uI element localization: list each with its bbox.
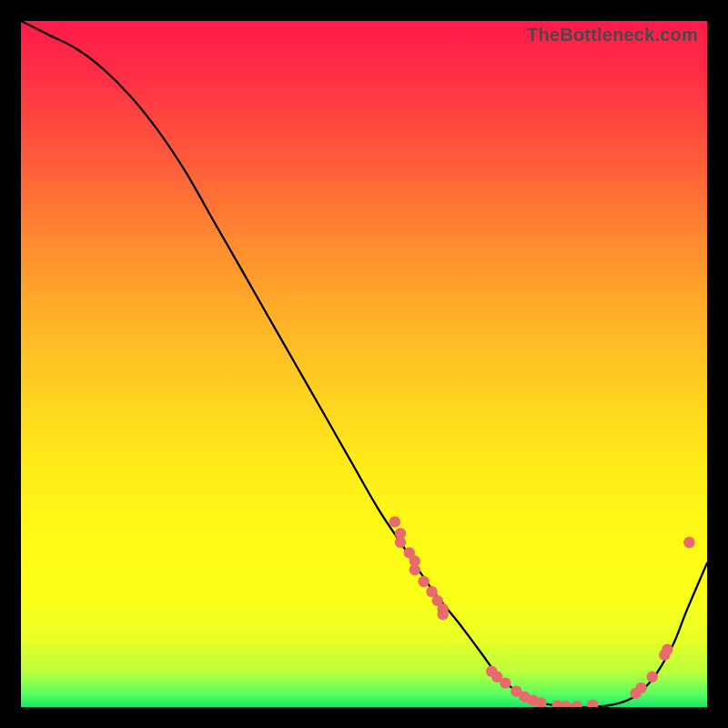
- data-point: [389, 516, 400, 527]
- data-point: [647, 672, 658, 682]
- data-point: [571, 701, 582, 707]
- chart-svg: [21, 21, 707, 707]
- chart-plot-area: TheBottleneck.com: [21, 21, 707, 707]
- data-point: [683, 537, 694, 548]
- data-point: [438, 609, 449, 620]
- data-point: [635, 682, 646, 693]
- bottleneck-curve: [21, 21, 707, 707]
- data-point: [500, 677, 511, 688]
- data-point: [561, 701, 571, 707]
- data-points: [389, 516, 695, 707]
- data-point: [410, 564, 420, 575]
- data-point: [587, 700, 598, 708]
- data-point: [395, 537, 406, 548]
- data-point: [418, 576, 429, 587]
- data-point: [662, 644, 672, 655]
